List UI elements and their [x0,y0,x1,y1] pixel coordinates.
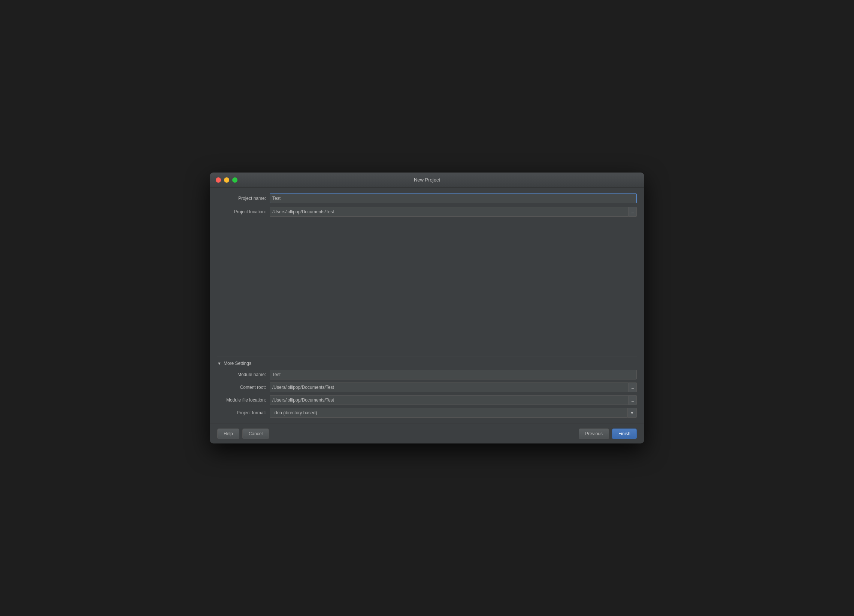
title-bar: New Project [210,172,644,187]
project-name-label: Project name: [217,196,266,201]
maximize-button[interactable] [232,177,238,183]
module-name-row: Module name: [217,370,637,379]
cancel-button[interactable]: Cancel [242,429,269,439]
project-name-row: Project name: [217,193,637,203]
project-format-select[interactable]: .idea (directory based) [270,408,628,418]
project-location-label: Project location: [217,209,266,214]
project-name-input[interactable] [270,193,637,203]
module-file-location-input[interactable] [270,395,628,405]
module-file-location-label: Module file location: [217,397,266,403]
more-settings-section: ▼ More Settings Module name: Content roo… [217,357,637,418]
dialog-content: Project name: Project location: ... ▼ Mo… [210,187,644,424]
close-button[interactable] [216,177,221,183]
project-location-row: Project location: ... [217,207,637,217]
main-area [217,221,637,351]
finish-button[interactable]: Finish [612,429,637,439]
window-title: New Project [414,177,440,183]
module-name-label: Module name: [217,372,266,377]
project-format-field: .idea (directory based) ▼ [270,408,637,418]
dialog-window: New Project Project name: Project locati… [210,172,644,444]
window-controls [216,177,238,183]
content-root-input[interactable] [270,382,628,392]
minimize-button[interactable] [224,177,229,183]
previous-button[interactable]: Previous [579,429,609,439]
more-settings-arrow-icon: ▼ [217,361,221,366]
project-location-browse-button[interactable]: ... [628,207,637,217]
project-format-label: Project format: [217,410,266,415]
more-settings-fields: Module name: Content root: ... Module fi… [217,370,637,418]
dialog-footer: Help Cancel Previous Finish [210,424,644,444]
module-file-location-field: ... [270,395,637,405]
project-format-row: Project format: .idea (directory based) … [217,408,637,418]
project-location-input[interactable] [270,207,628,217]
more-settings-header[interactable]: ▼ More Settings [217,361,637,366]
content-root-browse-button[interactable]: ... [628,382,637,392]
module-name-input[interactable] [270,370,637,379]
project-location-field: ... [270,207,637,217]
content-root-field: ... [270,382,637,392]
project-format-dropdown-button[interactable]: ▼ [628,408,637,418]
help-button[interactable]: Help [217,429,239,439]
module-file-location-row: Module file location: ... [217,395,637,405]
more-settings-label: More Settings [224,361,251,366]
content-root-row: Content root: ... [217,382,637,392]
content-root-label: Content root: [217,385,266,390]
module-file-location-browse-button[interactable]: ... [628,395,637,405]
